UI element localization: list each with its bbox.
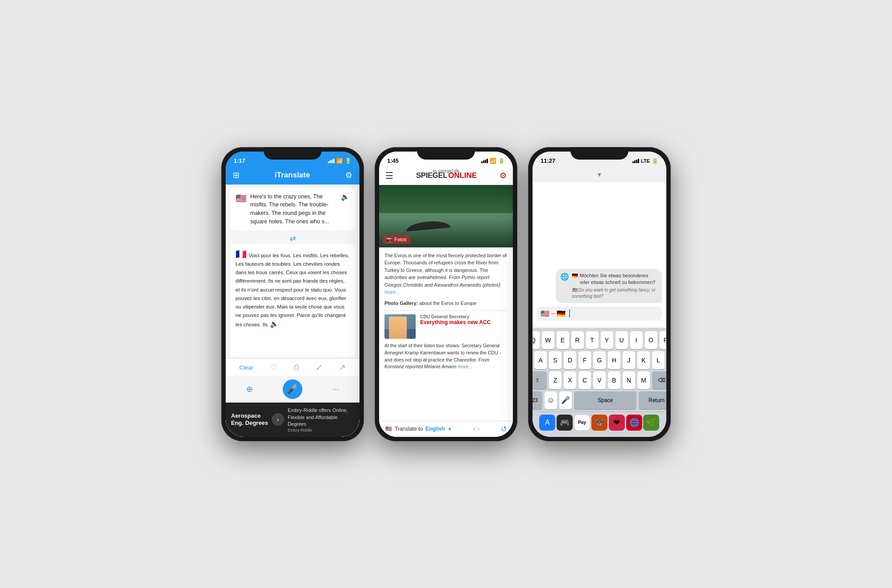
forward-arrow-icon[interactable]: › xyxy=(477,425,479,433)
export-icon[interactable]: ↗ xyxy=(339,362,346,372)
key-U[interactable]: U xyxy=(615,331,628,349)
message-spacer xyxy=(537,186,662,269)
article2-title[interactable]: Everything makes new ACC xyxy=(420,319,508,326)
app-icon-applepay[interactable]: Pay xyxy=(574,415,590,431)
french-text[interactable]: Voici pour les fous. Les misfits. Les re… xyxy=(235,253,349,327)
heart-icon[interactable]: ♡ xyxy=(270,362,277,372)
space-key[interactable]: Space xyxy=(574,391,636,409)
app-icon-plant[interactable]: 🌿 xyxy=(643,415,659,431)
arrow-right-icon: → xyxy=(550,310,556,317)
status-time-3: 11:27 xyxy=(541,157,555,164)
more-icon[interactable]: ··· xyxy=(332,385,339,394)
us-flag-1: 🇺🇸 xyxy=(235,193,247,204)
key-C[interactable]: C xyxy=(578,371,591,389)
key-P[interactable]: P xyxy=(660,331,667,349)
key-G[interactable]: G xyxy=(593,351,606,369)
translate-control[interactable]: 🇺🇸 Translate to English ▼ xyxy=(385,426,452,432)
phones-container: 1:17 📶 🔋 ⊞ iTranslate ⚙ xyxy=(221,147,671,441)
us-flag-spiegel: 🇺🇸 xyxy=(385,426,392,432)
status-icons-1: 📶 🔋 xyxy=(328,158,351,164)
bluetooth-icon[interactable]: ⊕ xyxy=(246,384,253,394)
mic-button[interactable]: 🎤 xyxy=(283,379,302,399)
fotos-button[interactable]: 📷 Fotos xyxy=(383,235,410,244)
clear-button[interactable]: Clear xyxy=(240,364,253,371)
num-key[interactable]: 123 xyxy=(533,391,542,409)
key-Z[interactable]: Z xyxy=(549,371,562,389)
key-N[interactable]: N xyxy=(623,371,635,389)
key-B[interactable]: B xyxy=(608,371,620,389)
battery-icon-1: 🔋 xyxy=(345,158,351,164)
bubble-en-text: 🇺🇸 Do you want to get something fancy, o… xyxy=(572,287,657,300)
signal-bars-3 xyxy=(632,159,639,163)
swap-icon[interactable]: ⇄ xyxy=(226,232,359,244)
article1-more-link[interactable]: more... xyxy=(384,289,400,295)
back-arrow-icon[interactable]: ‹ xyxy=(473,425,475,433)
mic-key[interactable]: 🎤 xyxy=(559,391,572,409)
app-bar: A 🎮 Pay 🐻 ❤ 🌐 xyxy=(534,411,665,435)
battery-icon-3: 🔋 xyxy=(652,158,658,164)
nav-arrows: ‹ › xyxy=(473,425,480,433)
emoji-key[interactable]: ☺ xyxy=(545,391,557,409)
speaker-icon-fr[interactable]: 🔈 xyxy=(270,320,279,328)
app-icon-heart[interactable]: ❤ xyxy=(609,415,625,431)
key-Y[interactable]: Y xyxy=(601,331,613,349)
app-icon-appstore[interactable]: A xyxy=(539,415,555,431)
imessage-body: 🌐 🇩🇪 Möchten Sie etwas besonderes oder e… xyxy=(533,182,666,328)
return-key[interactable]: Return xyxy=(639,391,666,409)
settings-gear-icon[interactable]: ⚙ xyxy=(345,170,352,180)
article2-more-link[interactable]: more... xyxy=(458,364,472,369)
share-icon[interactable]: ⎙ xyxy=(294,363,299,372)
key-W[interactable]: W xyxy=(542,331,554,349)
ad-banner[interactable]: Aerospace Eng. Degrees › Embry-Riddle of… xyxy=(226,403,359,436)
app-icon-bear[interactable]: 🐻 xyxy=(591,415,607,431)
delete-key[interactable]: ⌫ xyxy=(652,371,666,389)
bar2 xyxy=(483,160,484,163)
bar2 xyxy=(634,160,636,163)
key-Q[interactable]: Q xyxy=(533,331,540,349)
speaker-icon-en[interactable]: 🔈 xyxy=(341,193,350,201)
status-icons-3: LTE 🔋 xyxy=(632,158,658,164)
key-H[interactable]: H xyxy=(608,351,620,369)
key-S[interactable]: S xyxy=(549,351,562,369)
spiegel-url: m.spiegel.de xyxy=(379,169,513,173)
chevron-down-icon[interactable]: ▾ xyxy=(598,170,601,179)
translate-language[interactable]: English xyxy=(425,426,445,432)
app-icon-game[interactable]: 🎮 xyxy=(557,415,573,431)
camera-icon: 📷 xyxy=(386,237,392,243)
key-M[interactable]: M xyxy=(637,371,650,389)
key-A[interactable]: A xyxy=(534,351,547,369)
key-X[interactable]: X xyxy=(564,371,576,389)
key-T[interactable]: T xyxy=(586,331,599,349)
key-O[interactable]: O xyxy=(645,331,657,349)
text-cursor[interactable] xyxy=(569,309,570,317)
chevron-down-icon[interactable]: ▼ xyxy=(447,427,452,432)
key-L[interactable]: L xyxy=(652,351,665,369)
refresh-icon[interactable]: ↺ xyxy=(501,425,507,433)
ad-chevron-icon[interactable]: › xyxy=(272,413,284,426)
article1-text: The Evros is one of the most fiercely pr… xyxy=(384,252,508,296)
bar1 xyxy=(632,161,634,163)
phone-2: 1:45 m.spiegel.de 📶 🔋 ☰ SPIEG xyxy=(375,147,517,441)
phone-3: 11:27 LTE 🔋 ▾ xyxy=(528,147,671,441)
keyboard-row-1: Q W E R T Y U I O P xyxy=(534,331,665,349)
key-J[interactable]: J xyxy=(623,351,635,369)
key-K[interactable]: K xyxy=(637,351,650,369)
app-icon-translate-globe[interactable]: 🌐 xyxy=(626,415,642,431)
key-E[interactable]: E xyxy=(557,331,569,349)
english-text[interactable]: Here's to the crazy ones. The misfits. T… xyxy=(250,193,337,226)
notch-2 xyxy=(417,147,475,160)
key-D[interactable]: D xyxy=(564,351,576,369)
key-V[interactable]: V xyxy=(593,371,606,389)
bar3 xyxy=(331,160,333,163)
sidebar-toggle-icon[interactable]: ⊞ xyxy=(233,170,240,180)
expand-icon[interactable]: ⤢ xyxy=(316,362,322,372)
key-F[interactable]: F xyxy=(578,351,591,369)
article2-card[interactable]: CDU General Secretary Everything makes n… xyxy=(384,314,508,339)
de-flag-bubble: 🇩🇪 xyxy=(572,272,578,279)
us-flag-bubble: 🇺🇸 xyxy=(572,288,577,292)
key-R[interactable]: R xyxy=(571,331,584,349)
key-I[interactable]: I xyxy=(630,331,643,349)
bar2 xyxy=(330,160,331,163)
translation-input-row[interactable]: 🇺🇸 → 🇩🇪 xyxy=(537,307,662,321)
shift-key[interactable]: ⇧ xyxy=(533,371,547,389)
